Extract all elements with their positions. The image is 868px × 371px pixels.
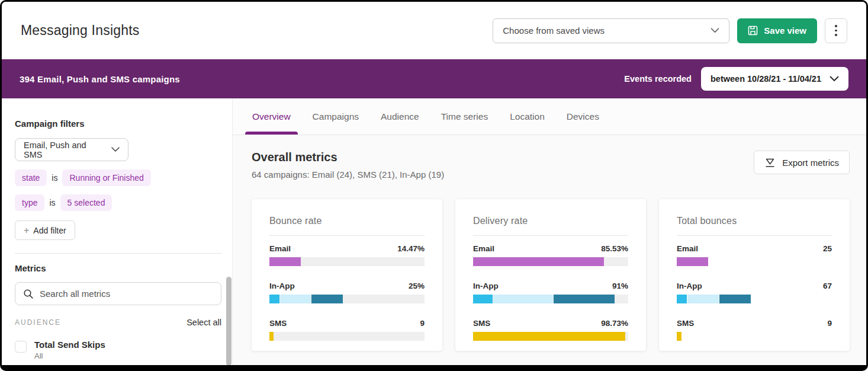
filter-list: stateisRunning or Finishedtypeis5 select… bbox=[15, 169, 221, 211]
bar-segment-purple bbox=[473, 257, 604, 266]
metric-bar-row: SMS98.73% bbox=[473, 319, 628, 341]
filter-value-chip[interactable]: 5 selected bbox=[60, 194, 112, 211]
tabs-bar: OverviewCampaignsAudienceTime seriesLoca… bbox=[233, 98, 866, 135]
filter-field-chip[interactable]: state bbox=[15, 169, 47, 186]
metric-item-list: Total Send SkipsAll bbox=[15, 340, 221, 360]
channel-dropdown-value: Email, Push and SMS bbox=[24, 140, 103, 159]
metric-bar-row: Email25 bbox=[677, 244, 832, 266]
date-range-value: between 10/28/21 - 11/04/21 bbox=[711, 74, 821, 84]
metric-card: Delivery rateEmail85.53%In-App91%SMS98.7… bbox=[455, 199, 646, 351]
bar-segment-cyan bbox=[269, 295, 279, 303]
banner-controls: Events recorded between 10/28/21 - 11/04… bbox=[624, 67, 848, 91]
campaign-breakdown-subheading: 64 campaigns: Email (24), SMS (21), In-A… bbox=[252, 169, 444, 180]
metric-bar-labels: In-App25% bbox=[269, 282, 425, 290]
metric-bar bbox=[269, 295, 425, 303]
campaign-banner: 394 Email, Push and SMS campaigns Events… bbox=[2, 59, 866, 98]
metric-bar-labels: In-App67 bbox=[677, 282, 832, 290]
select-all-link[interactable]: Select all bbox=[187, 318, 221, 327]
metric-bar-labels: SMS9 bbox=[677, 319, 832, 328]
metric-bar-labels: In-App91% bbox=[473, 282, 628, 290]
sidebar-divider bbox=[15, 253, 221, 254]
metric-value: 14.47% bbox=[397, 244, 425, 253]
channel-label: In-App bbox=[269, 282, 295, 290]
metric-value: 85.53% bbox=[601, 244, 628, 253]
tab-devices[interactable]: Devices bbox=[567, 98, 599, 135]
metric-item-title: Total Send Skips bbox=[34, 340, 105, 350]
metric-value: 9 bbox=[827, 319, 832, 328]
metric-bar-row: SMS9 bbox=[269, 319, 425, 341]
metric-bar-labels: SMS98.73% bbox=[473, 319, 628, 328]
bar-segment-cyan bbox=[677, 295, 687, 303]
metric-bar-labels: Email25 bbox=[677, 244, 832, 253]
main-panel: OverviewCampaignsAudienceTime seriesLoca… bbox=[232, 98, 866, 365]
export-metrics-label: Export metrics bbox=[782, 158, 839, 168]
tab-audience[interactable]: Audience bbox=[381, 98, 419, 135]
filters-sidebar: Campaign filters Email, Push and SMS sta… bbox=[2, 98, 232, 365]
metric-value: 98.73% bbox=[601, 319, 628, 328]
metric-bar bbox=[269, 257, 425, 266]
bar-segment-teal bbox=[554, 295, 615, 303]
metric-bar-row: In-App91% bbox=[473, 282, 628, 303]
plus-icon: + bbox=[24, 226, 29, 235]
chevron-down-icon bbox=[830, 76, 839, 82]
metric-item-subtitle: All bbox=[34, 351, 105, 360]
metric-group-row: AUDIENCE Select all bbox=[15, 318, 221, 327]
metric-value: 91% bbox=[612, 282, 628, 290]
save-view-button[interactable]: Save view bbox=[737, 18, 817, 43]
tab-overview[interactable]: Overview bbox=[252, 98, 291, 135]
page-header: Messaging Insights Choose from saved vie… bbox=[2, 2, 866, 59]
add-filter-button[interactable]: + Add filter bbox=[15, 220, 75, 240]
more-options-button[interactable] bbox=[825, 18, 847, 43]
tab-time-series[interactable]: Time series bbox=[441, 98, 488, 135]
bar-segment-purple bbox=[269, 257, 301, 266]
metric-cards: Bounce rateEmail14.47%In-App25%SMS9Deliv… bbox=[252, 199, 850, 351]
metric-bar bbox=[677, 295, 832, 303]
metrics-search-box bbox=[15, 282, 221, 305]
metric-bar-labels: Email85.53% bbox=[473, 244, 628, 253]
metric-bar bbox=[269, 332, 425, 341]
metric-checkbox[interactable] bbox=[15, 341, 27, 353]
filter-row: stateisRunning or Finished bbox=[15, 169, 221, 186]
filter-field-chip[interactable]: type bbox=[15, 194, 44, 211]
export-icon bbox=[764, 158, 776, 168]
metric-card: Bounce rateEmail14.47%In-App25%SMS9 bbox=[252, 199, 442, 351]
channel-dropdown[interactable]: Email, Push and SMS bbox=[15, 138, 128, 161]
metric-card-title: Total bounces bbox=[677, 216, 832, 226]
metric-value: 9 bbox=[420, 319, 425, 328]
metric-bar-row: In-App67 bbox=[677, 282, 832, 303]
events-recorded-label: Events recorded bbox=[624, 74, 692, 84]
overall-metrics-heading: Overall metrics bbox=[252, 151, 444, 164]
channel-label: SMS bbox=[269, 319, 287, 328]
search-icon bbox=[23, 289, 34, 299]
metrics-search-input[interactable] bbox=[40, 289, 213, 299]
metric-card-title: Delivery rate bbox=[473, 216, 628, 226]
channel-label: SMS bbox=[677, 319, 694, 328]
tab-location[interactable]: Location bbox=[510, 98, 545, 135]
bar-segment-purple bbox=[677, 257, 708, 266]
saved-views-dropdown[interactable]: Choose from saved views bbox=[493, 18, 729, 43]
audience-group-label: AUDIENCE bbox=[15, 318, 61, 327]
export-metrics-button[interactable]: Export metrics bbox=[754, 151, 850, 174]
channel-label: SMS bbox=[473, 319, 490, 328]
metric-bar bbox=[473, 257, 628, 266]
channel-label: Email bbox=[269, 244, 291, 253]
metric-bar bbox=[677, 257, 832, 266]
filter-operator: is bbox=[52, 173, 57, 183]
metric-bar-row: Email85.53% bbox=[473, 244, 628, 266]
filter-value-chip[interactable]: Running or Finished bbox=[62, 169, 150, 186]
metric-bar-row: Email14.47% bbox=[269, 244, 425, 266]
save-view-label: Save view bbox=[764, 25, 806, 36]
metric-item-text: Total Send SkipsAll bbox=[34, 340, 105, 360]
metric-list-item: Total Send SkipsAll bbox=[15, 340, 221, 360]
bar-segment-yellow bbox=[269, 332, 274, 341]
filter-operator: is bbox=[49, 198, 55, 207]
sidebar-scrollbar[interactable] bbox=[226, 277, 232, 365]
tab-campaigns[interactable]: Campaigns bbox=[313, 98, 359, 135]
bar-segment-pale_cyan bbox=[280, 295, 311, 303]
bar-segment-pale_cyan bbox=[687, 295, 718, 303]
metric-card: Total bouncesEmail25In-App67SMS9 bbox=[659, 199, 850, 351]
metric-value: 25% bbox=[409, 282, 425, 290]
date-range-dropdown[interactable]: between 10/28/21 - 11/04/21 bbox=[701, 67, 848, 91]
metric-bar-row: In-App25% bbox=[269, 282, 425, 303]
channel-label: Email bbox=[677, 244, 698, 253]
